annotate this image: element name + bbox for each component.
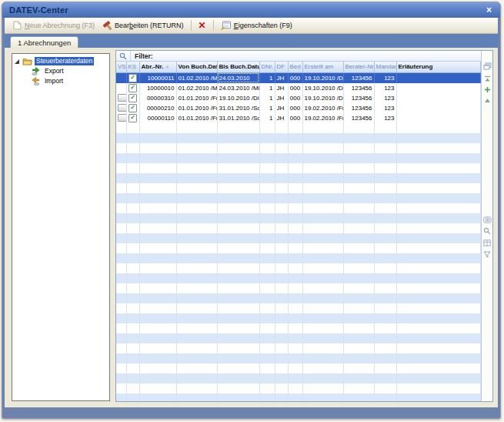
expander-icon[interactable] xyxy=(14,59,20,65)
tree-node-root[interactable]: Steuerberaterdaten xyxy=(14,56,108,66)
checkbox-checked-icon[interactable]: ✓ xyxy=(129,104,137,112)
tree-item-steuerberaterdaten[interactable]: Steuerberaterdaten xyxy=(35,57,94,65)
column-chooser-icon[interactable] xyxy=(482,62,492,71)
column-header-erstellt[interactable]: Erstellt am xyxy=(302,62,343,72)
cell-ks[interactable]: ✓ xyxy=(126,103,139,113)
collapse-top-icon[interactable] xyxy=(482,74,492,83)
column-header-dnr[interactable]: DNr. xyxy=(259,62,275,72)
checkbox-checked-icon[interactable]: ✓ xyxy=(129,114,137,122)
column-header-df[interactable]: DF xyxy=(275,62,288,72)
cell-erstellt[interactable]: 19.10.2010 /Di xyxy=(302,93,343,103)
cell-mandant[interactable]: 123 xyxy=(374,93,396,103)
cell-vs[interactable] xyxy=(116,83,126,93)
tab-abrechnungen[interactable]: 1 Abrechnungen xyxy=(10,36,78,48)
cell-abr[interactable]: 00000310 xyxy=(139,93,176,103)
checkbox-checked-icon[interactable]: ✓ xyxy=(129,74,137,82)
column-header-bed[interactable]: Bed xyxy=(288,62,302,72)
scroll-up-icon[interactable] xyxy=(482,95,492,105)
column-options-icon[interactable] xyxy=(482,215,492,224)
tree-item-import[interactable]: Import xyxy=(43,77,65,85)
cell-ks[interactable]: ✓ xyxy=(126,113,139,123)
cell-von[interactable]: 01.02.2010 /Mo xyxy=(176,72,217,83)
cell-erl[interactable] xyxy=(396,93,481,103)
cell-dnr[interactable]: 1 xyxy=(259,113,275,123)
tree-node-import[interactable]: Import xyxy=(31,76,108,86)
checkbox-checked-icon[interactable]: ✓ xyxy=(129,94,137,102)
details-icon[interactable] xyxy=(482,238,492,247)
table-row-selected[interactable]: ✓1000001101.02.2010 /Mo24.03.20101JH0001… xyxy=(116,72,481,83)
cell-von[interactable]: 01.01.2010 /Fr xyxy=(176,103,217,113)
cell-erl[interactable] xyxy=(396,83,481,93)
cell-bis[interactable]: 31.01.2010 /So xyxy=(217,103,259,113)
column-header-berater[interactable]: Berater-Nr. xyxy=(343,62,374,72)
cell-bis[interactable]: 24.03.2010 xyxy=(217,72,259,83)
cell-bis[interactable]: 24.03.2010 /Mi xyxy=(217,83,259,93)
add-row-icon[interactable] xyxy=(482,85,492,94)
cell-von[interactable]: 01.01.2010 /Fr xyxy=(176,113,217,123)
cell-dnr[interactable]: 1 xyxy=(259,103,275,113)
tree-node-export[interactable]: Export xyxy=(31,66,108,76)
table-row[interactable]: ✓0000031001.01.2010 /Fr19.10.2010 /Di1JH… xyxy=(116,93,481,103)
cell-bis[interactable]: 19.10.2010 /Di xyxy=(217,93,259,103)
column-header-vs[interactable]: VS xyxy=(116,62,126,72)
delete-button[interactable]: ✕ xyxy=(195,20,210,31)
column-header-bis[interactable]: Bis Buch.Datum xyxy=(217,62,259,72)
cell-erl[interactable] xyxy=(396,103,481,113)
cell-mandant[interactable]: 123 xyxy=(374,113,396,123)
cell-bed[interactable]: 000 xyxy=(288,72,302,83)
cell-bed[interactable]: 000 xyxy=(288,103,302,113)
cell-abr[interactable]: 00000110 xyxy=(139,113,176,123)
cell-abr[interactable]: 10000010 xyxy=(139,83,176,93)
bearbeiten-button[interactable]: Bearbeiten (RETURN) xyxy=(98,20,188,32)
cell-berater[interactable]: 123456 xyxy=(343,93,374,103)
cell-ks[interactable]: ✓ xyxy=(126,83,139,93)
cell-mandant[interactable]: 123 xyxy=(374,83,396,93)
eigenschaften-button[interactable]: Eigenschaften (F9) xyxy=(217,20,296,31)
cell-erstellt[interactable]: 19.02.2010 /Fr xyxy=(302,103,343,113)
cell-vs[interactable] xyxy=(116,93,126,103)
cell-erstellt[interactable]: 19.10.2010 /Di xyxy=(302,83,343,93)
cell-dnr[interactable]: 1 xyxy=(259,83,275,93)
cell-erl[interactable] xyxy=(396,72,481,83)
cell-berater[interactable]: 123456 xyxy=(343,113,374,123)
cell-vs[interactable] xyxy=(116,72,126,83)
search-icon[interactable] xyxy=(116,51,131,61)
cell-berater[interactable]: 123456 xyxy=(343,72,374,83)
title-bar[interactable]: DATEV-Center × xyxy=(2,2,500,18)
table-row[interactable]: ✓0000021001.01.2010 /Fr31.01.2010 /So1JH… xyxy=(116,103,481,113)
checkbox-checked-icon[interactable]: ✓ xyxy=(129,84,137,92)
cell-berater[interactable]: 123456 xyxy=(343,103,374,113)
cell-bed[interactable]: 000 xyxy=(288,83,302,93)
cell-df[interactable]: JH xyxy=(275,72,288,83)
cell-erstellt[interactable]: 19.10.2010 /Di xyxy=(302,72,343,83)
tree-item-export[interactable]: Export xyxy=(43,67,65,75)
cell-erstellt[interactable]: 19.02.2010 /Fr xyxy=(302,113,343,123)
filter-icon[interactable] xyxy=(482,250,492,259)
cell-dnr[interactable]: 1 xyxy=(259,72,275,83)
filter-bar[interactable]: Filter: xyxy=(116,51,481,62)
cell-bed[interactable]: 000 xyxy=(288,93,302,103)
column-header-abr[interactable]: Abr.-Nr.▲ xyxy=(139,62,176,72)
cell-df[interactable]: JH xyxy=(275,93,288,103)
cell-von[interactable]: 01.02.2010 /Mo xyxy=(176,83,217,93)
new-abrechnung-button[interactable]: Neue Abrechnung (F3) xyxy=(9,20,98,31)
cell-vs[interactable] xyxy=(116,103,126,113)
cell-mandant[interactable]: 123 xyxy=(374,72,396,83)
table-row[interactable]: ✓0000011001.01.2010 /Fr31.01.2010 /So1JH… xyxy=(116,113,481,123)
cell-df[interactable]: JH xyxy=(275,113,288,123)
cell-erl[interactable] xyxy=(396,113,481,123)
cell-df[interactable]: JH xyxy=(275,103,288,113)
cell-von[interactable]: 01.01.2010 /Fr xyxy=(176,93,217,103)
column-header-ks[interactable]: KS xyxy=(126,62,139,72)
close-icon[interactable]: × xyxy=(485,5,493,15)
table-row[interactable]: ✓1000001001.02.2010 /Mo24.03.2010 /Mi1JH… xyxy=(116,83,481,93)
cell-vs[interactable] xyxy=(116,113,126,123)
cell-bis[interactable]: 31.01.2010 /So xyxy=(217,113,259,123)
cell-df[interactable]: JH xyxy=(275,83,288,93)
cell-mandant[interactable]: 123 xyxy=(374,103,396,113)
cell-abr[interactable]: 10000011 xyxy=(139,72,176,83)
column-header-von[interactable]: Von Buch.Datum xyxy=(176,62,217,72)
cell-abr[interactable]: 00000210 xyxy=(139,103,176,113)
cell-berater[interactable]: 123456 xyxy=(343,83,374,93)
column-header-erl[interactable]: Erläuterung xyxy=(396,62,481,72)
